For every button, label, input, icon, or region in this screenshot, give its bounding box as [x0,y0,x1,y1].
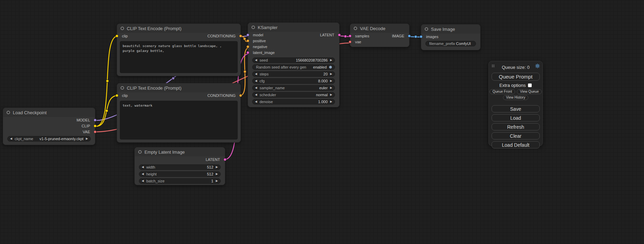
widget-steps[interactable]: ◀ steps 20 ▶ [252,71,335,77]
input-dot-latent-image[interactable] [246,51,249,54]
slot-label: model [253,33,263,37]
node-title-bar[interactable]: VAE Decode [350,24,409,33]
node-save-image[interactable]: Save Image images filename_prefix ComfyU… [421,24,480,50]
decrement-arrow-icon[interactable]: ◀ [255,80,257,82]
extra-options-checkbox[interactable] [528,83,532,87]
node-title-bar[interactable]: CLIP Text Encode (Prompt) [117,24,240,33]
input-dot-vae[interactable] [349,40,352,43]
widget-filename-prefix[interactable]: filename_prefix ComfyUI [425,41,476,46]
load-default-button[interactable]: Load Default [492,141,540,148]
collapse-dot-icon[interactable] [7,111,10,114]
output-dot-model[interactable] [94,118,97,121]
increment-arrow-icon[interactable]: ▶ [216,180,218,182]
input-dot-model[interactable] [246,33,249,36]
collapse-dot-icon[interactable] [252,26,255,29]
node-ksampler[interactable]: KSampler model LATENT positive negative … [248,22,339,107]
decrement-arrow-icon[interactable]: ◀ [255,59,257,62]
widget-batch-size[interactable]: ◀ batch_size 1 ▶ [139,178,221,184]
widget-label: height [146,172,157,176]
increment-arrow-icon[interactable]: ▶ [86,137,88,140]
output-dot-conditioning[interactable] [239,34,242,37]
increment-arrow-icon[interactable]: ▶ [216,173,218,175]
decrement-arrow-icon[interactable]: ◀ [10,137,12,140]
widget-sampler-name[interactable]: ◀ sampler_name euler ▶ [252,85,335,91]
node-title-bar[interactable]: Empty Latent Image [135,147,225,156]
collapse-dot-icon[interactable] [354,27,357,30]
node-title-bar[interactable]: Save Image [421,25,480,34]
decrement-arrow-icon[interactable]: ◀ [142,180,144,182]
settings-gear-icon[interactable] [535,64,540,68]
widget-label: width [146,165,155,169]
input-dot-samples[interactable] [349,34,352,37]
increment-arrow-icon[interactable]: ▶ [330,87,332,89]
refresh-button[interactable]: Refresh [492,123,540,130]
increment-arrow-icon[interactable]: ▶ [330,93,332,96]
increment-arrow-icon[interactable]: ▶ [216,166,218,169]
collapse-dot-icon[interactable] [121,86,124,90]
widget-value: euler [319,86,327,90]
slot-label: MODEL [77,118,90,122]
slot-label: IMAGE [392,34,404,38]
node-empty-latent-image[interactable]: Empty Latent Image LATENT ◀ width 512 ▶ … [134,147,225,185]
save-button[interactable]: Save [492,105,540,112]
node-title-bar[interactable]: CLIP Text Encode (Prompt) [117,83,240,92]
view-queue-button[interactable]: View Queue [517,89,542,94]
output-dot-image[interactable] [408,34,411,37]
drag-handle-icon[interactable] [492,64,495,67]
decrement-arrow-icon[interactable]: ◀ [255,87,257,89]
queue-front-button[interactable]: Queue Front [489,89,515,94]
queue-prompt-button[interactable]: Queue Prompt [492,73,540,81]
output-dot-latent[interactable] [223,158,227,161]
widget-value: normal [316,93,328,97]
prompt-textarea[interactable]: text, watermark [120,101,238,139]
output-dot-clip[interactable] [94,124,97,127]
input-dot-clip[interactable] [115,34,118,37]
widget-ckpt-name[interactable]: ◀ ckpt_name v1-5-pruned-emaonly.ckpt ▶ [7,136,91,142]
load-button[interactable]: Load [492,114,540,121]
collapse-dot-icon[interactable] [121,27,124,30]
output-slot-model: MODEL [3,117,95,123]
input-dot-positive[interactable] [246,39,249,42]
decrement-arrow-icon[interactable]: ◀ [142,173,144,175]
node-graph-canvas[interactable]: { "icons": { "left": "◀", "right": "▶" }… [0,0,644,244]
node-load-checkpoint[interactable]: Load Checkpoint MODEL CLIP VAE ◀ ckpt_na… [3,108,95,145]
output-dot-vae[interactable] [94,130,97,133]
node-title-bar[interactable]: KSampler [248,23,339,32]
widget-label: denoise [259,100,273,104]
output-dot-conditioning[interactable] [239,94,242,97]
input-dot-clip[interactable] [115,94,118,97]
widget-random-seed-toggle[interactable]: Random seed after every gen enabled [252,64,335,70]
input-dot-images[interactable] [420,35,423,38]
widget-value: v1-5-pruned-emaonly.ckpt [39,137,83,141]
decrement-arrow-icon[interactable]: ◀ [255,93,257,96]
increment-arrow-icon[interactable]: ▶ [330,73,332,75]
decrement-arrow-icon[interactable]: ◀ [255,73,257,75]
increment-arrow-icon[interactable]: ▶ [330,59,332,62]
widget-width[interactable]: ◀ width 512 ▶ [139,164,221,170]
node-clip-text-encode-negative[interactable]: CLIP Text Encode (Prompt) clip CONDITION… [117,83,241,143]
clear-button[interactable]: Clear [492,132,540,139]
widget-label: scheduler [259,93,276,97]
widget-cfg[interactable]: ◀ cfg 8.000 ▶ [252,78,335,84]
collapse-dot-icon[interactable] [425,27,428,31]
widget-seed[interactable]: ◀ seed 156680208700286 ▶ [252,57,335,63]
node-title-bar[interactable]: Load Checkpoint [3,108,95,117]
widget-denoise[interactable]: ◀ denoise 1.000 ▶ [252,99,335,105]
collapse-dot-icon[interactable] [138,150,142,154]
input-slot-negative: negative [248,44,339,49]
prompt-textarea[interactable]: beautiful scenery nature glass bottle la… [120,41,238,73]
output-dot-latent[interactable] [338,33,341,36]
input-dot-negative[interactable] [246,45,249,48]
widget-scheduler[interactable]: ◀ scheduler normal ▶ [252,92,335,98]
decrement-arrow-icon[interactable]: ◀ [255,100,257,103]
increment-arrow-icon[interactable]: ▶ [330,80,332,82]
widget-height[interactable]: ◀ height 512 ▶ [139,171,221,177]
view-history-button[interactable]: View History [503,95,528,100]
node-clip-text-encode-positive[interactable]: CLIP Text Encode (Prompt) clip CONDITION… [117,24,241,76]
link-dot [106,80,109,82]
decrement-arrow-icon[interactable]: ◀ [142,166,144,169]
toggle-icon[interactable] [329,65,332,69]
node-vae-decode[interactable]: VAE Decode samples IMAGE vae [350,24,409,47]
increment-arrow-icon[interactable]: ▶ [330,100,332,103]
extra-options-row: Extra options [489,83,542,88]
